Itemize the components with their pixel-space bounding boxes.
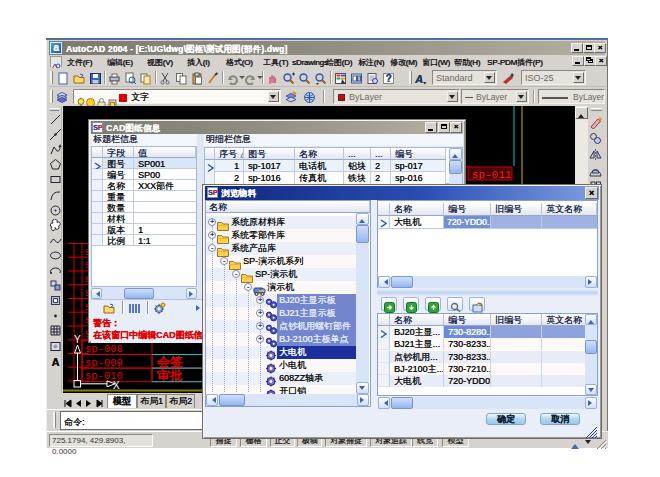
svg-text:sp-008: sp-008 — [85, 343, 123, 355]
svg-text:Y: Y — [74, 334, 81, 345]
svg-text:A: A — [52, 356, 60, 368]
svg-text:sp-011: sp-011 — [472, 169, 512, 181]
svg-text:审批: 审批 — [157, 368, 183, 383]
svg-text:sp-009: sp-009 — [85, 357, 123, 369]
svg-text:?: ? — [386, 73, 392, 84]
svg-text:A: A — [414, 73, 423, 85]
svg-text:X: X — [113, 380, 120, 391]
